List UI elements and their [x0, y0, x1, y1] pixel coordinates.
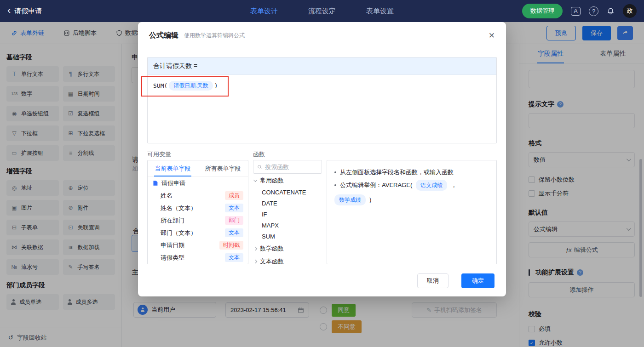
variable-type-tag: 文本 — [225, 204, 243, 212]
variable-row[interactable]: 申请日期时间戳 — [148, 239, 248, 251]
variable-name: 姓名 — [161, 192, 172, 200]
function-group-label: 文本函数 — [260, 257, 284, 264]
function-group-math[interactable]: 数学函数 — [253, 243, 322, 255]
tab-form-setting[interactable]: 表单设置 — [366, 7, 394, 16]
modal-subtitle: 使用数学运算符编辑公式 — [184, 32, 245, 40]
page-title: 请假申请 — [14, 7, 42, 16]
variable-tree-root[interactable]: 请假申请 — [148, 177, 248, 189]
variable-root-label: 请假申请 — [161, 179, 185, 188]
functions-panel: 常用函数 CONCATENATE DATE IF MAPX SUM 数学函数 文… — [253, 160, 322, 264]
example-field-chip: 语文成绩 — [416, 180, 447, 191]
function-item[interactable]: SUM — [253, 231, 322, 242]
chevron-right-icon — [253, 247, 257, 250]
file-icon — [152, 180, 158, 186]
chevron-down-icon — [253, 178, 257, 182]
formula-function-text: SUM( — [153, 82, 167, 89]
variable-row[interactable]: 姓名成员 — [148, 189, 248, 202]
function-item[interactable]: CONCATENATE — [253, 187, 322, 198]
function-search-input[interactable] — [265, 164, 318, 171]
topbar: ‹ 请假申请 表单设计 流程设定 表单设置 数据管理 A ? 政 — [0, 0, 644, 22]
modal-title: 公式编辑 — [149, 31, 178, 40]
formula-edit-modal: 公式编辑 使用数学运算符编辑公式 ✕ 合计请假天数 = SUM( 请假日期.天数… — [138, 22, 506, 296]
tab-flow-setting[interactable]: 流程设定 — [308, 7, 336, 16]
back-chevron-icon[interactable]: ‹ — [7, 6, 11, 16]
help-example-comma: ， — [451, 181, 457, 190]
variable-name: 姓名（文本） — [161, 204, 196, 212]
function-search[interactable] — [253, 160, 322, 174]
variable-name: 部门（文本） — [161, 229, 196, 237]
help-tip-2: 公式编辑举例：AVERAGE( 语文成绩 ， 数学成绩 ) — [334, 180, 489, 205]
variable-row[interactable]: 姓名（文本）文本 — [148, 202, 248, 214]
modal-header: 公式编辑 使用数学运算符编辑公式 ✕ — [138, 22, 506, 49]
variable-row[interactable]: 部门（文本）文本 — [148, 227, 248, 239]
tab-current-form-fields[interactable]: 当前表单字段 — [148, 160, 198, 176]
data-manage-button[interactable]: 数据管理 — [522, 4, 563, 18]
variable-type-tag: 部门 — [225, 216, 243, 225]
function-group-text[interactable]: 文本函数 — [253, 256, 322, 264]
variable-row[interactable]: 请假类型文本 — [148, 251, 248, 264]
formula-target: 合计请假天数 = — [148, 57, 496, 75]
variable-type-tag: 文本 — [225, 228, 243, 237]
modal-footer: 取消 确定 — [417, 273, 494, 288]
search-icon — [257, 164, 262, 170]
variable-name: 请假类型 — [161, 254, 184, 262]
function-item[interactable]: IF — [253, 209, 322, 220]
variable-name: 所在部门 — [161, 216, 184, 225]
close-icon[interactable]: ✕ — [489, 31, 495, 40]
tab-all-form-fields[interactable]: 所有表单字段 — [198, 160, 248, 176]
variable-type-tag: 时间戳 — [219, 241, 243, 250]
formula-close-paren: ) — [214, 82, 218, 89]
help-example-suffix: ) — [369, 195, 371, 205]
bullet-icon — [334, 171, 336, 173]
main-tabs: 表单设计 流程设定 表单设置 — [250, 7, 394, 16]
example-field-chip: 数学成绩 — [334, 194, 366, 205]
formula-target-label: 合计请假天数 = — [153, 62, 197, 70]
chevron-right-icon — [253, 260, 257, 263]
function-group-common[interactable]: 常用函数 — [253, 175, 322, 187]
help-example-prefix: 公式编辑举例：AVERAGE( — [340, 181, 412, 190]
functions-section-label: 函数 — [253, 150, 265, 159]
translate-icon[interactable]: A — [571, 7, 581, 16]
user-avatar[interactable]: 政 — [623, 4, 637, 18]
help-tip-1: 从左侧面板选择字段名和函数，或输入函数 — [334, 168, 489, 177]
formula-field-chip[interactable]: 请假日期.天数 — [169, 81, 213, 91]
function-item[interactable]: DATE — [253, 198, 322, 209]
function-group-label: 常用函数 — [260, 176, 284, 185]
variable-type-tag: 文本 — [225, 253, 243, 262]
cancel-button[interactable]: 取消 — [417, 273, 448, 288]
variable-name: 申请日期 — [161, 241, 184, 250]
variables-section-label: 可用变量 — [147, 150, 171, 159]
variables-panel: 当前表单字段 所有表单字段 请假申请 姓名成员 姓名（文本）文本 所在部门部门 … — [147, 160, 248, 264]
variable-type-tag: 成员 — [225, 191, 243, 200]
function-group-label: 数学函数 — [260, 245, 284, 253]
variables-tabs: 当前表单字段 所有表单字段 — [148, 160, 248, 177]
help-icon[interactable]: ? — [589, 6, 598, 16]
bell-icon[interactable] — [607, 7, 615, 15]
tab-form-design[interactable]: 表单设计 — [250, 7, 278, 16]
function-item[interactable]: MAPX — [253, 220, 322, 231]
variable-row[interactable]: 所在部门部门 — [148, 214, 248, 227]
bullet-icon — [334, 184, 336, 186]
breadcrumb[interactable]: ‹ 请假申请 — [7, 6, 42, 16]
formula-input-area[interactable]: SUM( 请假日期.天数 ) — [148, 75, 496, 97]
confirm-button[interactable]: 确定 — [461, 273, 494, 288]
formula-editor: 合计请假天数 = SUM( 请假日期.天数 ) — [147, 57, 497, 143]
help-tip-text: 从左侧面板选择字段名和函数，或输入函数 — [340, 168, 454, 177]
formula-help-panel: 从左侧面板选择字段名和函数，或输入函数 公式编辑举例：AVERAGE( 语文成绩… — [327, 160, 497, 264]
